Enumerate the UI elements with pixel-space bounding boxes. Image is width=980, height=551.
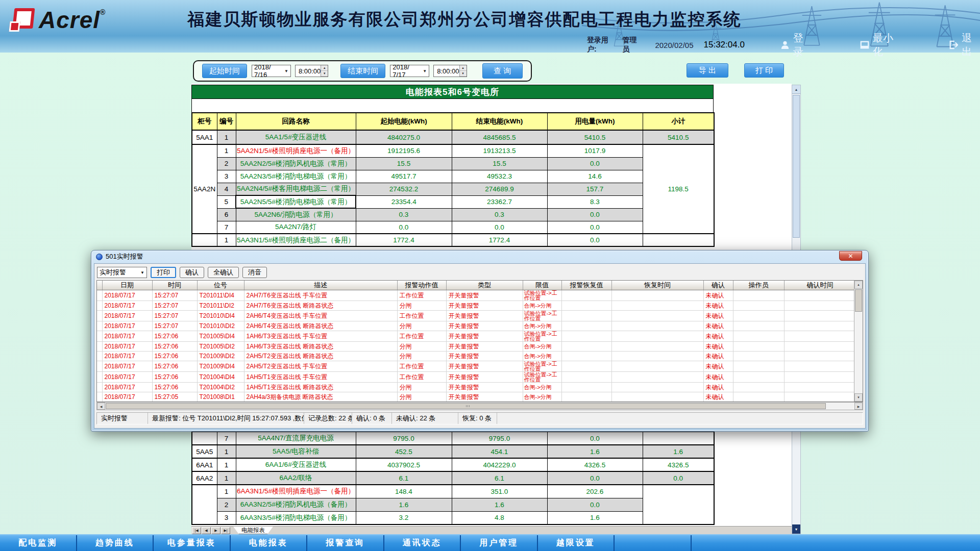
report-circuit-name-cell[interactable]: 6AA3N1/5#楼照明插座电源一（备用） — [236, 485, 356, 498]
close-icon[interactable]: ✕ — [839, 251, 862, 261]
end-date-field[interactable]: 2018/ 7/17 ▼ — [390, 65, 429, 77]
login-button-label: 登录 — [793, 31, 812, 59]
minimize-button[interactable]: 最小化 — [860, 31, 900, 59]
tab-first-icon[interactable]: |◀ — [192, 527, 201, 534]
start-time-spinner[interactable]: ▲▼ — [321, 65, 328, 77]
dropdown-arrow-icon[interactable]: ▼ — [423, 69, 427, 73]
bottom-nav-item[interactable]: 配电监测 — [0, 535, 77, 551]
scroll-down-icon[interactable]: ▼ — [854, 393, 863, 402]
alarm-vertical-scrollbar[interactable]: ▲ ▼ — [854, 281, 863, 402]
alarm-cell: T201009\DI2 — [197, 352, 244, 361]
alarm-window-titlebar[interactable]: 501实时报警 — [91, 251, 868, 263]
spin-up-icon[interactable]: ▲ — [321, 65, 328, 71]
bottom-nav-item[interactable]: 报警查询 — [307, 535, 384, 551]
report-circuit-name-cell[interactable]: 5AA2N3/5#楼消防电梯电源（常用） — [236, 170, 356, 183]
report-value-cell: 8.3 — [547, 195, 643, 208]
report-subtotal-cell: 4326.5 — [643, 458, 714, 471]
alarm-row[interactable]: 2018/07/1715:27:06T201005\DI41AH6/T3变压器出… — [97, 331, 856, 342]
alarm-print-button[interactable]: 打印 — [151, 267, 176, 278]
tab-last-icon[interactable]: ▶| — [221, 527, 230, 534]
alarm-row[interactable]: 2018/07/1715:27:05T201008\DI12AH4a/3期备供电… — [97, 392, 856, 402]
spin-down-icon[interactable]: ▼ — [321, 71, 328, 77]
report-index-cell: 1 — [217, 144, 236, 157]
alarm-horizontal-scrollbar[interactable]: ◀ ▶ — [96, 402, 863, 410]
alarm-cell: 15:27:06 — [152, 372, 197, 383]
alarm-cell: 开关量报警 — [446, 331, 523, 342]
end-time-field[interactable]: 8:00:00 ▲▼ — [433, 65, 467, 77]
report-circuit-name-cell[interactable]: 5AA2N6/消防电源（常用） — [236, 208, 356, 221]
report-row: 6AA216AA2/联络6.16.10.00.0 — [192, 471, 714, 485]
query-button[interactable]: 查 询 — [482, 63, 523, 79]
bottom-nav-item[interactable]: 用户管理 — [461, 535, 538, 551]
report-circuit-name-cell[interactable]: 6AA1/6#变压器进线 — [236, 458, 356, 471]
scroll-down-icon[interactable]: ▼ — [792, 524, 800, 534]
scroll-up-icon[interactable]: ▲ — [854, 281, 863, 289]
scrollbar-thumb[interactable] — [855, 289, 862, 312]
alarm-cell — [733, 311, 784, 321]
alarm-confirm-button[interactable]: 确认 — [180, 267, 204, 278]
bottom-nav-item[interactable]: 电能报表 — [231, 535, 308, 551]
alarm-row[interactable]: 2018/07/1715:27:06T201004\DI21AH5/T1变压器出… — [97, 383, 856, 392]
report-value-cell: 23354.4 — [356, 195, 452, 208]
alarm-cell: 工作位置 — [397, 361, 446, 372]
alarm-row[interactable]: 2018/07/1715:27:07T201010\DI22AH6/T4变压器出… — [97, 321, 856, 331]
scroll-up-icon[interactable]: ▲ — [792, 85, 800, 94]
report-circuit-name-cell[interactable]: 5AA2N2/5#楼消防风机电源（常用） — [236, 157, 356, 170]
report-circuit-name-cell[interactable]: 6AA2/联络 — [236, 471, 356, 485]
alarm-row[interactable]: 2018/07/1715:27:06T201004\DI41AH5/T1变压器出… — [97, 372, 856, 383]
start-time-button[interactable]: 起始时间 — [202, 64, 247, 78]
scroll-right-icon[interactable]: ▶ — [854, 403, 863, 410]
alarm-filter-select[interactable]: 实时报警 ▼ — [97, 267, 147, 278]
alarm-mute-button[interactable]: 消音 — [242, 267, 267, 278]
alarm-cell: 15:27:07 — [152, 290, 197, 301]
alarm-row[interactable]: 2018/07/1715:27:07T201010\DI42AH6/T4变压器出… — [97, 311, 856, 321]
dropdown-arrow-icon[interactable]: ▼ — [284, 69, 288, 73]
report-circuit-name-cell[interactable]: 6AA3N2/5#楼消防风机电源（备用） — [236, 498, 356, 511]
minimize-button-label: 最小化 — [873, 31, 900, 59]
scrollbar-thumb[interactable] — [793, 95, 800, 238]
report-circuit-name-cell[interactable]: 5AA4N7/直流屏充电电源 — [236, 432, 356, 445]
report-circuit-name-cell[interactable]: 5AA2N4/5#楼客用电梯电源二（常用） — [236, 183, 356, 195]
alarm-cell — [561, 342, 611, 352]
report-subtotal-cell: 5410.5 — [643, 130, 714, 144]
tab-prev-icon[interactable]: ◀ — [202, 527, 211, 534]
report-circuit-name-cell[interactable]: 5AA3N1/5#楼照明插座电源二（备用） — [236, 234, 356, 246]
alarm-row[interactable]: 2018/07/1715:27:07T201011\DI42AH7/T6变压器出… — [97, 290, 856, 301]
alarm-row[interactable]: 2018/07/1715:27:07T201011\DI22AH7/T6变压器出… — [97, 301, 856, 311]
spin-down-icon[interactable]: ▼ — [460, 71, 467, 77]
report-circuit-name-cell[interactable]: 5AA1/5#变压器进线 — [236, 130, 356, 144]
print-button[interactable]: 打 印 — [744, 63, 784, 78]
report-circuit-name-cell[interactable]: 5AA5/电容补偿 — [236, 445, 356, 458]
report-column-header: 编号 — [217, 113, 236, 130]
bottom-nav-item[interactable]: 趋势曲线 — [77, 535, 154, 551]
scroll-left-icon[interactable]: ◀ — [97, 403, 105, 410]
alarm-cell: T201005\DI2 — [197, 342, 244, 352]
end-time-button[interactable]: 结束时间 — [340, 64, 385, 78]
alarm-cell: 未确认 — [703, 342, 733, 352]
report-circuit-name-cell[interactable]: 6AA3N3/5#楼消防电梯电源（备用） — [236, 511, 356, 524]
report-circuit-name-cell[interactable]: 5AA2N7/路灯 — [236, 221, 356, 234]
bottom-nav-item[interactable]: 越限设置 — [538, 535, 615, 551]
start-date-field[interactable]: 2018/ 7/16 ▼ — [252, 65, 291, 77]
report-value-cell: 4845685.5 — [452, 130, 547, 144]
tab-next-icon[interactable]: ▶ — [211, 527, 220, 534]
report-circuit-name-cell[interactable]: 5AA2N5/5#楼消防电梯电源（常用） — [236, 195, 356, 208]
alarm-row[interactable]: 2018/07/1715:27:06T201009\DI22AH5/T2变压器出… — [97, 352, 856, 361]
alarm-row[interactable]: 2018/07/1715:27:06T201009\DI42AH5/T2变压器出… — [97, 361, 856, 372]
tab-energy-report[interactable]: 电能报表 — [233, 527, 273, 534]
report-circuit-name-cell[interactable]: 5AA2N1/5#楼照明插座电源一（备用） — [236, 144, 356, 157]
spin-up-icon[interactable]: ▲ — [460, 65, 467, 71]
export-button[interactable]: 导 出 — [687, 63, 728, 78]
start-time-field[interactable]: 8:00:00 ▲▼ — [295, 65, 328, 77]
alarm-cell — [784, 331, 856, 342]
exit-button[interactable]: 退出 — [949, 31, 980, 59]
bottom-nav-item[interactable]: 电参量报表 — [154, 535, 231, 551]
scrollbar-thumb[interactable] — [106, 403, 826, 409]
bottom-nav-item[interactable]: 通讯状态 — [384, 535, 461, 551]
alarm-column-header: 报警恢复值 — [561, 281, 611, 290]
report-value-cell: 6.1 — [452, 471, 547, 485]
end-time-spinner[interactable]: ▲▼ — [459, 65, 467, 77]
login-button[interactable]: 登录 — [780, 31, 812, 59]
alarm-confirm-all-button[interactable]: 全确认 — [208, 267, 239, 278]
alarm-row[interactable]: 2018/07/1715:27:06T201005\DI21AH6/T3变压器出… — [97, 342, 856, 352]
